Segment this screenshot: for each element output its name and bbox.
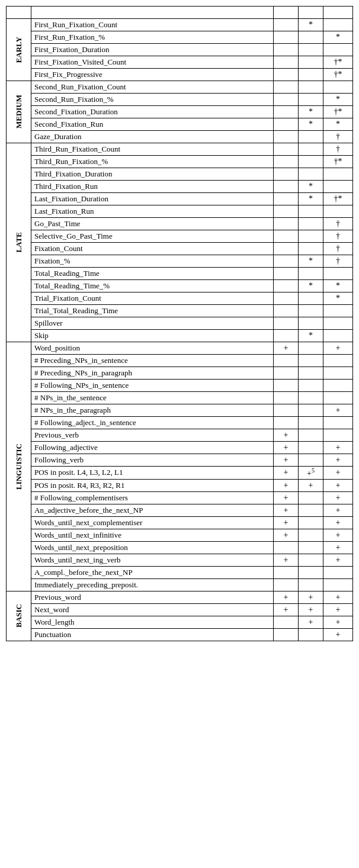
row-label: A_compl._before_the_next_NP	[31, 566, 274, 578]
ling-value	[274, 392, 299, 404]
comb-value	[323, 268, 353, 280]
section-label-late: LATE	[7, 143, 31, 342]
comb-value: †*	[323, 56, 353, 69]
comb-value: †	[323, 255, 353, 268]
gaze-value: *	[299, 193, 323, 205]
comb-value: †	[323, 243, 353, 255]
gaze-value	[299, 305, 323, 317]
ling-value: +	[274, 516, 299, 529]
section-name-early: EARLY	[13, 34, 25, 65]
row-label: Following_adjective	[31, 442, 274, 454]
gaze-value	[299, 317, 323, 330]
comb-value	[323, 168, 353, 181]
comb-value: +	[323, 342, 353, 355]
row-label: Words_until_next_infinitive	[31, 529, 274, 541]
row-label: Punctuation	[31, 628, 274, 641]
row-label: Spillover	[31, 317, 274, 330]
gaze-value	[299, 205, 323, 218]
row-label: Next_word	[31, 603, 274, 616]
gaze-value: +	[299, 591, 323, 603]
ling-value	[274, 578, 299, 591]
comb-value	[323, 305, 353, 317]
gaze-value	[299, 566, 323, 578]
row-label: Total_Reading_Time_%	[31, 280, 274, 292]
row-label: Words_until_next_preposition	[31, 541, 274, 554]
gaze-value: +	[299, 603, 323, 616]
ling-value: +	[274, 467, 299, 480]
comb-value	[323, 566, 353, 578]
comb-value: †*	[323, 193, 353, 205]
ling-value: +	[274, 342, 299, 355]
row-label: Skip	[31, 330, 274, 342]
row-label: # Following_adject._in_sentence	[31, 417, 274, 429]
row-label: Trial_Fixation_Count	[31, 292, 274, 305]
row-label: Third_Run_Fixation_Count	[31, 143, 274, 156]
comb-value: +	[323, 454, 353, 467]
comb-value: *	[323, 280, 353, 292]
row-label: Second_Fixation_Run	[31, 118, 274, 131]
gaze-value: +	[299, 616, 323, 628]
row-label: # NPs_in_the_paragraph	[31, 404, 274, 417]
ling-value	[274, 205, 299, 218]
comb-value	[323, 181, 353, 193]
comb-value	[323, 578, 353, 591]
ling-value	[274, 44, 299, 56]
ling-value: +	[274, 529, 299, 541]
ling-value	[274, 330, 299, 342]
gaze-value	[299, 491, 323, 504]
section-name-basic: BASIC	[13, 602, 25, 630]
row-label: Gaze_Duration	[31, 131, 274, 143]
comb-value	[323, 317, 353, 330]
gaze-value: *	[299, 280, 323, 292]
gaze-value: *	[299, 181, 323, 193]
section-name-linguistic: LINGUISTIC	[13, 441, 25, 492]
row-label: Immediately_preceding_preposit.	[31, 578, 274, 591]
ling-value	[274, 268, 299, 280]
section-name-late: LATE	[13, 230, 25, 255]
comb-value	[323, 429, 353, 442]
ling-value	[274, 292, 299, 305]
row-label: Fixation_%	[31, 255, 274, 268]
row-label: Last_Fixation_Run	[31, 205, 274, 218]
row-label: Selective_Go_Past_Time	[31, 230, 274, 243]
ling-header-label	[284, 10, 288, 17]
row-label: First_Fixation_Duration	[31, 44, 274, 56]
row-label: An_adjective_before_the_next_NP	[31, 504, 274, 516]
gaze-value	[299, 529, 323, 541]
gaze-value	[299, 355, 323, 367]
gaze-value	[299, 69, 323, 81]
ling-value: +	[274, 454, 299, 467]
gaze-value	[299, 442, 323, 454]
gaze-value: *	[299, 19, 323, 31]
comb-value	[323, 44, 353, 56]
gaze-value	[299, 504, 323, 516]
gaze-value: *	[299, 255, 323, 268]
ling-value: +	[274, 429, 299, 442]
gaze-value	[299, 31, 323, 44]
row-label: Previous_word	[31, 591, 274, 603]
row-label: Words_until_next_complementiser	[31, 516, 274, 529]
comb-value: +	[323, 541, 353, 554]
comb-value: †	[323, 218, 353, 230]
row-label: First_Run_Fixation_%	[31, 31, 274, 44]
row-label: First_Fix_Progressive	[31, 69, 274, 81]
row-label: # Preceding_NPs_in_sentence	[31, 355, 274, 367]
ling-value	[274, 69, 299, 81]
section-label-medium: MEDIUM	[7, 81, 31, 143]
gaze-value	[299, 516, 323, 529]
ling-value	[274, 81, 299, 94]
comb-value	[323, 380, 353, 392]
gaze-value	[299, 417, 323, 429]
gaze-value: *	[299, 118, 323, 131]
ling-value: +	[274, 554, 299, 566]
ling-value	[274, 118, 299, 131]
gaze-value	[299, 628, 323, 641]
comb-value: +	[323, 491, 353, 504]
gaze-value	[299, 292, 323, 305]
gaze-value	[299, 367, 323, 380]
gaze-value	[299, 143, 323, 156]
comb-value: +	[323, 628, 353, 641]
ling-value	[274, 317, 299, 330]
ling-value	[274, 243, 299, 255]
comb-value: +	[323, 479, 353, 491]
